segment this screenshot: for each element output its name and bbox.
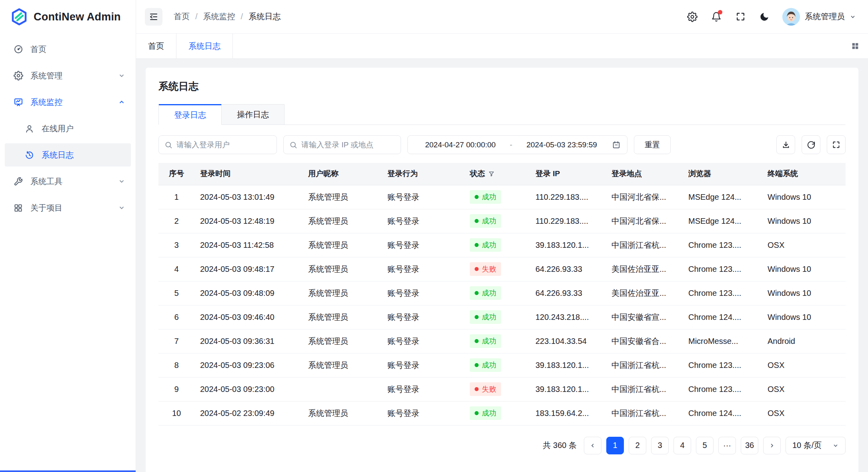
- download-icon: [782, 141, 790, 149]
- status-dot: [475, 267, 479, 271]
- settings-button[interactable]: [686, 11, 698, 23]
- chevron-up-icon: [118, 98, 125, 106]
- sidebar-item-online-users[interactable]: 在线用户: [5, 117, 131, 140]
- cell-ip: 64.226.93.33: [530, 257, 606, 281]
- sidebar-item-label: 首页: [30, 44, 125, 55]
- system-log-card: 系统日志 登录日志 操作日志: [146, 68, 858, 472]
- breadcrumb-home[interactable]: 首页: [174, 11, 190, 22]
- status-dot: [475, 291, 479, 295]
- cell-behavior: 账号登录: [382, 377, 464, 401]
- cell-browser: MicroMesse...: [683, 329, 762, 353]
- table-header: 序号 登录时间 用户昵称 登录行为 状态: [158, 163, 846, 185]
- login-ip-input[interactable]: [301, 141, 395, 149]
- cell-behavior: 账号登录: [382, 185, 464, 209]
- page-button-3[interactable]: 3: [651, 437, 669, 454]
- table-fullscreen-button[interactable]: [827, 135, 846, 154]
- cell-no: 6: [158, 305, 194, 329]
- cell-no: 3: [158, 233, 194, 257]
- status-dot: [475, 243, 479, 247]
- cell-os: Windows 10: [762, 209, 846, 233]
- cell-os: Windows 10: [762, 305, 846, 329]
- page-button-1[interactable]: 1: [606, 437, 624, 454]
- history-clock-icon: [25, 150, 34, 160]
- chevron-right-icon: [769, 442, 775, 449]
- sidebar-item-system-monitor[interactable]: 系统监控: [5, 90, 131, 114]
- sidebar-item-system-management[interactable]: 系统管理: [5, 64, 131, 87]
- cell-time: 2024-05-03 09:23:06: [194, 353, 303, 377]
- cell-time: 2024-05-03 13:01:49: [194, 185, 303, 209]
- breadcrumb-system-monitor[interactable]: 系统监控: [203, 11, 235, 22]
- dark-mode-button[interactable]: [758, 11, 770, 23]
- tab-label: 首页: [148, 41, 164, 52]
- tab-system-log[interactable]: 系统日志: [176, 34, 233, 58]
- reset-button[interactable]: 重置: [634, 135, 671, 154]
- tab-actions-button[interactable]: [842, 34, 868, 58]
- sidebar-item-home[interactable]: 首页: [5, 38, 131, 61]
- monitor-icon: [14, 97, 23, 107]
- cell-behavior: 账号登录: [382, 281, 464, 305]
- sidebar-item-label: 系统监控: [30, 97, 118, 108]
- cell-no: 7: [158, 329, 194, 353]
- status-dot: [475, 219, 479, 223]
- col-header-os: 终端系统: [762, 163, 846, 185]
- sidebar-item-about-project[interactable]: 关于项目: [5, 196, 131, 219]
- cell-os: OSX: [762, 401, 846, 425]
- notifications-button[interactable]: [710, 11, 722, 23]
- date-start[interactable]: 2024-04-27 00:00:00: [414, 141, 507, 149]
- tab-home[interactable]: 首页: [136, 34, 176, 58]
- page-button-2[interactable]: 2: [629, 437, 646, 454]
- cell-nickname: 系统管理员: [303, 209, 382, 233]
- filter-funnel-icon[interactable]: [488, 171, 495, 177]
- cell-os: Android: [762, 329, 846, 353]
- page-button-4[interactable]: 4: [674, 437, 691, 454]
- cell-nickname: 系统管理员: [303, 257, 382, 281]
- user-menu[interactable]: 系统管理员: [782, 8, 856, 26]
- cell-time: 2024-05-03 09:48:09: [194, 281, 303, 305]
- date-range-picker[interactable]: 2024-04-27 00:00:00 - 2024-05-03 23:59:5…: [407, 135, 627, 154]
- col-header-behavior: 登录行为: [382, 163, 464, 185]
- refresh-icon: [807, 141, 816, 149]
- dashboard-icon: [14, 44, 23, 54]
- page-button-36[interactable]: 36: [741, 437, 758, 454]
- date-end[interactable]: 2024-05-03 23:59:59: [515, 141, 608, 149]
- chevron-down-icon: [118, 204, 125, 211]
- page-button-5[interactable]: 5: [696, 437, 714, 454]
- sidebar-item-system-log[interactable]: 系统日志: [5, 143, 131, 167]
- refresh-button[interactable]: [802, 135, 820, 154]
- fullscreen-button[interactable]: [734, 11, 746, 23]
- cell-nickname: 系统管理员: [303, 281, 382, 305]
- cell-behavior: 账号登录: [382, 257, 464, 281]
- tab-label: 操作日志: [237, 109, 269, 120]
- tab-login-log[interactable]: 登录日志: [158, 104, 222, 125]
- sidebar-collapse-button[interactable]: [145, 8, 162, 26]
- table-row: 2 2024-05-03 12:48:19 系统管理员 账号登录 成功 110.…: [158, 209, 846, 233]
- brand-logo-icon: [10, 8, 28, 26]
- cell-behavior: 账号登录: [382, 353, 464, 377]
- topbar-actions: 系统管理员: [686, 8, 856, 26]
- status-badge: 成功: [470, 190, 501, 204]
- prev-page-button[interactable]: [584, 437, 601, 454]
- cell-time: 2024-05-03 12:48:19: [194, 209, 303, 233]
- cell-ip: 39.183.120.1...: [530, 233, 606, 257]
- cell-browser: Chrome 124....: [683, 401, 762, 425]
- col-header-ip: 登录 IP: [530, 163, 606, 185]
- next-page-button[interactable]: [763, 437, 781, 454]
- tab-operation-log[interactable]: 操作日志: [222, 104, 285, 125]
- page-ellipsis-button[interactable]: ···: [718, 437, 736, 454]
- cell-time: 2024-05-03 09:48:17: [194, 257, 303, 281]
- page-size-select[interactable]: 10 条/页: [786, 437, 846, 454]
- export-button[interactable]: [776, 135, 795, 154]
- sidebar-item-system-tools[interactable]: 系统工具: [5, 170, 131, 193]
- status-badge: 成功: [470, 286, 501, 300]
- login-user-input[interactable]: [176, 141, 271, 149]
- login-user-search[interactable]: [158, 135, 277, 154]
- cell-status: 失败: [464, 257, 530, 281]
- cell-status: 成功: [464, 281, 530, 305]
- cell-ip: 183.159.64.2...: [530, 401, 606, 425]
- login-ip-search[interactable]: [283, 135, 401, 154]
- cell-ip: 223.104.33.54: [530, 329, 606, 353]
- col-header-location: 登录地点: [606, 163, 683, 185]
- fullscreen-icon: [832, 141, 840, 149]
- filter-toolbar: 2024-04-27 00:00:00 - 2024-05-03 23:59:5…: [158, 135, 846, 154]
- page-tabbar: 首页 系统日志: [136, 34, 868, 59]
